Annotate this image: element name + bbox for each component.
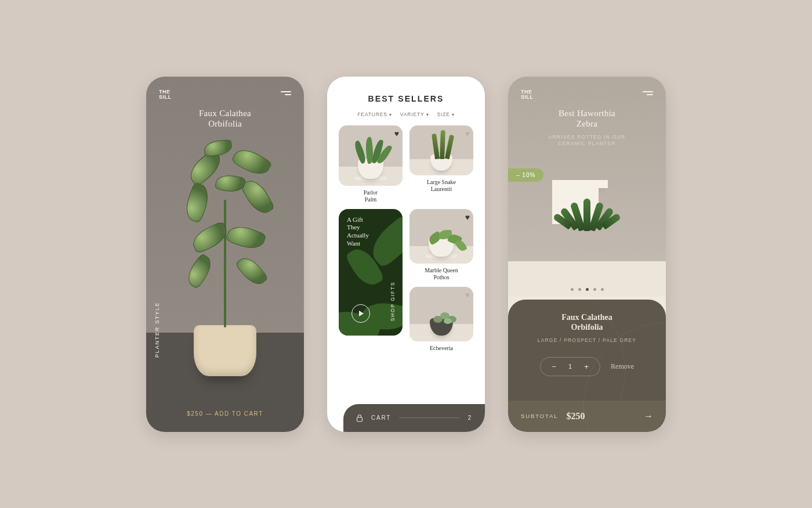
subtotal-label: SUBTOTAL	[521, 413, 558, 419]
discount-badge: – 10%	[508, 168, 543, 182]
qty-decrement[interactable]: −	[550, 362, 558, 371]
qty-increment[interactable]: +	[582, 362, 590, 371]
best-sellers-screen: BEST SELLERS FEATURES VARIETY SIZE ♥	[327, 77, 485, 432]
divider	[399, 417, 459, 418]
cart-panel: Faux CalatheaOrbifolia LARGE / PROSPECT …	[508, 300, 666, 432]
subtotal-bar: SUBTOTAL $250 →	[508, 401, 666, 432]
product-thumb: ♥	[339, 125, 403, 186]
gift-banner[interactable]: A Gift They Actually Want SHOP GIFTS	[339, 209, 403, 336]
product-image	[146, 77, 304, 432]
product-name: Echeveria	[430, 345, 453, 352]
menu-icon[interactable]	[643, 89, 653, 97]
filter-features[interactable]: FEATURES	[357, 111, 392, 117]
product-card-marble-queen[interactable]: ♥ Marble QueenPothos	[409, 209, 473, 281]
favorite-icon[interactable]: ♥	[465, 212, 470, 222]
product-detail-screen: THE SILL Faux Calathea Orbifolia PLANTER…	[146, 77, 304, 432]
add-to-cart-button[interactable]: $250 — ADD TO CART	[146, 410, 304, 417]
cart-label: CART	[371, 415, 391, 421]
brand-logo[interactable]: THE SILL	[521, 89, 534, 100]
product-card-parlor-palm[interactable]: ♥ ParlorPalm	[339, 125, 403, 203]
favorite-icon[interactable]: ♥	[465, 129, 470, 138]
header: THE SILL	[508, 77, 666, 100]
product-thumb: ♥	[409, 125, 473, 175]
product-thumb: ♥	[409, 287, 473, 341]
subtotal-amount: $250	[566, 411, 585, 421]
quantity-row: − 1 + Remove	[521, 357, 653, 376]
product-name: Large SnakeLaurentii	[427, 179, 456, 193]
quantity-stepper: − 1 +	[540, 357, 600, 376]
product-image	[552, 180, 622, 267]
cart-item-name: Faux CalatheaOrbifolia	[521, 312, 653, 333]
brand-logo[interactable]: THE SILL	[159, 89, 172, 100]
product-subtitle: ARRIVES POTTED IN OURCERAMIC PLANTER	[508, 134, 666, 147]
product-grid: ♥ ParlorPalm ♥	[339, 125, 473, 352]
filter-row: FEATURES VARIETY SIZE	[339, 111, 473, 117]
menu-icon[interactable]	[281, 89, 291, 97]
shop-gifts-label[interactable]: SHOP GIFTS	[390, 282, 396, 321]
page-heading: BEST SELLERS	[339, 94, 473, 103]
product-title: Best HaworthiaZebra	[508, 108, 666, 130]
product-card-snake-laurentii[interactable]: ♥ Large SnakeLaurentii	[409, 125, 473, 203]
product-card-echeveria[interactable]: ♥ Echeveria	[409, 287, 473, 352]
product-name: ParlorPalm	[364, 189, 378, 203]
carousel-dots[interactable]	[508, 288, 666, 291]
header: THE SILL	[146, 77, 304, 100]
svg-rect-0	[357, 417, 362, 421]
favorite-icon[interactable]: ♥	[465, 290, 470, 300]
qty-value: 1	[568, 363, 572, 370]
cart-item-variant: LARGE / PROSPECT / PALE GREY	[521, 337, 653, 343]
cart-bar[interactable]: CART 2	[343, 404, 485, 432]
cart-screen: THE SILL Best HaworthiaZebra ARRIVES POT…	[508, 77, 666, 432]
product-thumb: ♥	[409, 209, 473, 264]
favorite-icon[interactable]: ♥	[394, 129, 399, 138]
lock-icon	[356, 414, 363, 422]
remove-button[interactable]: Remove	[611, 362, 634, 371]
brand-line: SILL	[159, 95, 172, 100]
product-name: Marble QueenPothos	[425, 267, 458, 281]
cart-count: 2	[468, 415, 472, 421]
filter-variety[interactable]: VARIETY	[400, 111, 429, 117]
play-icon[interactable]	[351, 304, 370, 323]
checkout-arrow-icon[interactable]: →	[644, 411, 653, 421]
brand-line: SILL	[521, 95, 534, 100]
filter-size[interactable]: SIZE	[437, 111, 454, 117]
